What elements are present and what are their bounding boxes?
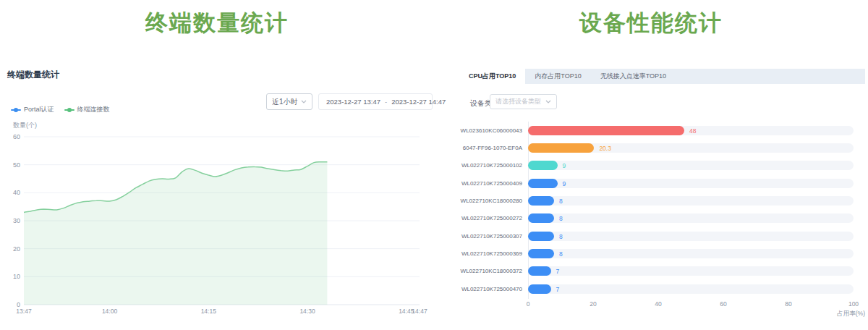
bar-value: 9	[563, 162, 566, 169]
bar-label: WL022710K725000307	[414, 233, 522, 240]
bar-value: 8	[559, 250, 563, 258]
terminal-count-panel: 终端数量统计 终端数量统计 近1小时 2023-12-27 13:47 - 20…	[0, 0, 434, 330]
bar-fill	[528, 143, 594, 153]
bar-row: 6047-FF96-1070-EF0A20.3	[434, 143, 868, 153]
x-axis-tick: 40	[644, 300, 673, 308]
x-axis-tick: 20	[579, 300, 608, 308]
bar-label: WL022710K725000102	[414, 162, 522, 169]
y-tick-label: 60	[13, 133, 20, 140]
bar-value: 20.3	[599, 145, 611, 152]
bar-value: 8	[559, 233, 563, 240]
bar-label: WL022710KC18000280	[414, 198, 522, 204]
bar-track	[528, 196, 854, 206]
bar-track	[528, 161, 854, 170]
bar-value: 8	[559, 198, 563, 205]
bar-label: WL022710KC18000372	[414, 268, 522, 274]
bar-value: 48	[689, 127, 696, 135]
bar-row: WL022710KC180002808	[434, 196, 868, 206]
bar-fill	[528, 249, 554, 258]
bar-value: 9	[563, 180, 566, 187]
y-tick-label: 30	[13, 217, 20, 224]
bar-label: 6047-FF96-1070-EF0A	[414, 145, 522, 151]
bar-row: WL022710K7250004099	[434, 179, 868, 188]
bar-fill	[528, 266, 551, 276]
bar-track	[528, 232, 854, 241]
bar-chart: 占用率(%) WL023610KC06000043486047-FF96-107…	[434, 0, 868, 330]
device-performance-panel: 设备性能统计 CPU占用TOP10内存占用TOP10无线接入点速率TOP10 设…	[434, 0, 868, 330]
bar-row: WL023610KC0600004348	[434, 126, 868, 135]
bar-value: 7	[556, 268, 560, 275]
x-axis-name: 占用率(%)	[837, 310, 865, 318]
bar-fill	[528, 126, 684, 135]
bar-label: WL023610KC06000043	[414, 127, 522, 134]
x-axis-tick: 60	[709, 300, 738, 308]
y-tick-label: 50	[13, 161, 20, 169]
x-axis-tick: 80	[774, 300, 803, 308]
bar-fill	[528, 284, 551, 294]
bar-fill	[528, 213, 554, 223]
bar-row: WL022710K7250002728	[434, 213, 868, 223]
x-tick-label: 13:47	[16, 308, 32, 315]
x-tick-label: 14:15	[201, 308, 217, 315]
bar-track	[528, 213, 854, 223]
bar-fill	[528, 232, 554, 241]
bar-track	[528, 143, 854, 153]
bar-value: 7	[556, 286, 560, 293]
x-tick-label: 14:47	[412, 308, 427, 315]
x-tick-label: 14:00	[102, 308, 118, 315]
bar-track	[528, 284, 854, 294]
bar-fill	[528, 179, 558, 188]
x-tick-label: 14:30	[299, 308, 315, 315]
bar-label: WL022710K725000409	[414, 180, 522, 187]
x-axis-tick: 100	[839, 300, 868, 308]
bar-label: WL022710K725000272	[414, 215, 522, 221]
bar-row: WL022710KC180003727	[434, 266, 868, 276]
bar-track	[528, 179, 854, 188]
y-tick-label: 10	[13, 273, 20, 280]
y-tick-label: 40	[13, 189, 20, 196]
bar-label: WL022710K725000369	[414, 250, 522, 257]
bar-row: WL022710K7250003698	[434, 249, 868, 258]
line-chart-svg: 010203040506013:4714:0014:1514:3014:4514…	[0, 0, 434, 330]
bar-value: 8	[559, 215, 563, 222]
bar-track	[528, 266, 854, 276]
bar-label: WL022710K725000470	[414, 286, 522, 292]
y-tick-label: 20	[13, 245, 20, 253]
x-axis-tick: 0	[514, 300, 542, 308]
bar-fill	[528, 196, 554, 206]
line-series-area	[24, 162, 327, 305]
bar-row: WL022710K7250004707	[434, 284, 868, 294]
bar-row: WL022710K7250001029	[434, 161, 868, 170]
bar-row: WL022710K7250003078	[434, 232, 868, 241]
bar-fill	[528, 161, 558, 170]
bar-track	[528, 249, 854, 258]
